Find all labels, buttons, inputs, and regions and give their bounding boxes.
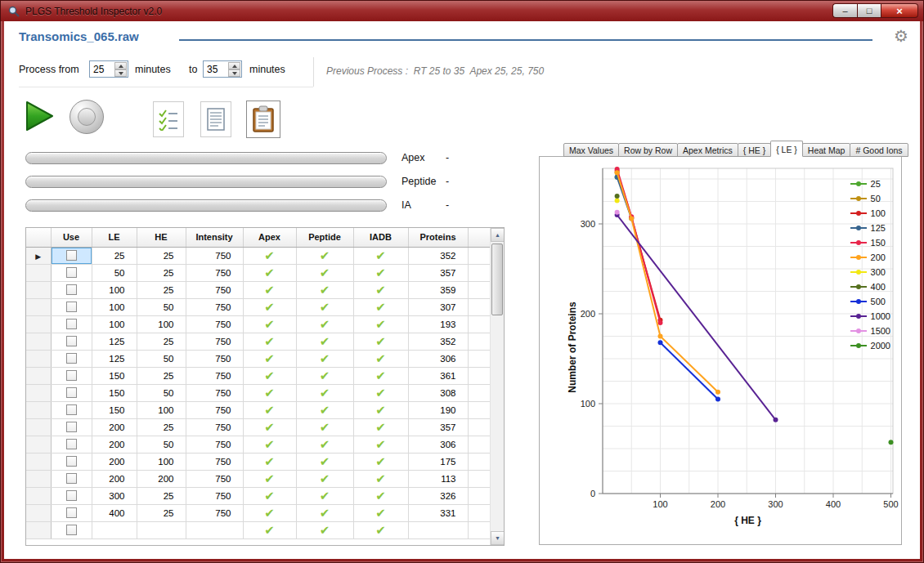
row-selector-cell[interactable] <box>26 298 51 315</box>
row-selector-cell[interactable] <box>26 350 51 367</box>
row-selector-cell[interactable] <box>26 487 51 504</box>
use-checkbox[interactable] <box>66 404 77 415</box>
column-header-intensity[interactable]: Intensity <box>186 228 243 247</box>
table-row[interactable]: 200200750✔✔✔113 <box>26 470 490 487</box>
use-checkbox[interactable] <box>66 336 77 346</box>
tab-apex-metrics[interactable]: Apex Metrics <box>677 143 738 157</box>
use-checkbox[interactable] <box>66 370 77 381</box>
use-checkbox[interactable] <box>66 439 77 449</box>
use-checkbox[interactable] <box>66 353 77 364</box>
table-row[interactable]: ✔✔✔ <box>26 521 490 538</box>
use-checkbox[interactable] <box>66 525 77 535</box>
use-checkbox[interactable] <box>66 422 77 432</box>
row-selector-cell[interactable] <box>26 504 51 521</box>
scroll-up-icon[interactable]: ▲ <box>491 228 505 242</box>
row-selector-cell[interactable] <box>26 264 51 281</box>
table-scrollbar[interactable]: ▲ ▼ <box>490 228 504 545</box>
row-selector-cell[interactable] <box>26 384 51 401</box>
use-checkbox[interactable] <box>66 387 77 398</box>
use-cell[interactable] <box>51 264 92 281</box>
scrollbar-thumb[interactable] <box>491 244 503 315</box>
use-cell[interactable] <box>51 487 92 504</box>
use-cell[interactable] <box>51 384 92 401</box>
use-cell[interactable] <box>51 247 92 264</box>
row-selector-cell[interactable] <box>26 453 51 470</box>
row-selector-cell[interactable] <box>26 367 51 384</box>
use-cell[interactable] <box>51 504 92 521</box>
report-list-button[interactable] <box>200 101 231 137</box>
row-selector-cell[interactable]: ▶ <box>26 247 51 264</box>
use-checkbox[interactable] <box>66 319 77 329</box>
use-cell[interactable] <box>51 521 92 538</box>
column-header-peptide[interactable]: Peptide <box>296 228 353 247</box>
column-header-he[interactable]: HE <box>137 228 186 247</box>
table-row[interactable]: 30025750✔✔✔326 <box>26 487 490 504</box>
use-checkbox[interactable] <box>66 473 77 484</box>
checked-list-button[interactable] <box>153 101 184 137</box>
tab-max-values[interactable]: Max Values <box>563 143 619 157</box>
row-selector-cell[interactable] <box>26 401 51 418</box>
process-from-input[interactable]: 25 <box>89 60 128 78</box>
use-cell[interactable] <box>51 315 92 333</box>
title-bar[interactable]: PLGS Threshold Inspector v2.0 – □ × <box>1 1 923 21</box>
process-to-input[interactable]: 35 <box>203 60 242 78</box>
row-selector-cell[interactable] <box>26 281 51 298</box>
table-row[interactable]: 15050750✔✔✔308 <box>26 384 490 401</box>
use-checkbox[interactable] <box>66 302 77 312</box>
table-row[interactable]: 20050750✔✔✔306 <box>26 436 490 453</box>
spin-up-icon[interactable] <box>114 62 127 69</box>
row-selector-cell[interactable] <box>26 333 51 350</box>
column-header-selector[interactable] <box>26 228 51 247</box>
table-row[interactable]: 10050750✔✔✔307 <box>26 298 490 315</box>
tab-he[interactable]: { HE } <box>738 143 771 157</box>
row-selector-cell[interactable] <box>26 315 51 333</box>
column-header-use[interactable]: Use <box>51 228 92 247</box>
use-checkbox[interactable] <box>66 250 77 261</box>
column-header-proteins[interactable]: Proteins <box>408 228 468 247</box>
use-cell[interactable] <box>51 418 92 436</box>
table-row[interactable]: 40025750✔✔✔331 <box>26 504 490 521</box>
table-row[interactable]: 5025750✔✔✔357 <box>26 264 490 281</box>
table-row[interactable]: 20025750✔✔✔357 <box>26 418 490 436</box>
use-cell[interactable] <box>51 350 92 367</box>
use-checkbox[interactable] <box>66 284 77 295</box>
table-row[interactable]: 100100750✔✔✔193 <box>26 315 490 333</box>
row-selector-cell[interactable] <box>26 436 51 453</box>
row-selector-cell[interactable] <box>26 418 51 436</box>
play-button[interactable] <box>22 98 56 134</box>
scroll-down-icon[interactable]: ▼ <box>491 531 505 545</box>
use-checkbox[interactable] <box>66 490 77 501</box>
column-header-iadb[interactable]: IADB <box>353 228 408 247</box>
spin-down-icon[interactable] <box>114 69 127 77</box>
column-header-apex[interactable]: Apex <box>243 228 296 247</box>
use-checkbox[interactable] <box>66 456 77 467</box>
table-row[interactable]: 12550750✔✔✔306 <box>26 350 490 367</box>
table-row[interactable]: 200100750✔✔✔175 <box>26 453 490 470</box>
spin-up-icon[interactable] <box>228 62 240 69</box>
use-cell[interactable] <box>51 298 92 315</box>
tab-le[interactable]: { LE } <box>770 141 803 157</box>
use-checkbox[interactable] <box>66 267 77 278</box>
table-row[interactable]: 12525750✔✔✔352 <box>26 333 490 350</box>
use-cell[interactable] <box>51 436 92 453</box>
row-selector-cell[interactable] <box>26 521 51 538</box>
stop-button[interactable] <box>70 100 104 134</box>
close-button[interactable]: × <box>881 3 918 18</box>
tab-good-ions[interactable]: # Good Ions <box>850 143 908 157</box>
table-row[interactable]: 15025750✔✔✔361 <box>26 367 490 384</box>
row-selector-cell[interactable] <box>26 470 51 487</box>
column-header-le[interactable]: LE <box>92 228 137 247</box>
maximize-button[interactable]: □ <box>857 3 881 18</box>
clipboard-button[interactable] <box>246 101 280 138</box>
use-cell[interactable] <box>51 470 92 487</box>
settings-gear-icon[interactable]: ⚙ <box>894 28 908 44</box>
tab-row-by-row[interactable]: Row by Row <box>618 143 678 157</box>
use-cell[interactable] <box>51 401 92 418</box>
table-row[interactable]: 150100750✔✔✔190 <box>26 401 490 418</box>
use-checkbox[interactable] <box>66 507 77 518</box>
table-row[interactable]: ▶2525750✔✔✔352 <box>26 247 490 264</box>
tab-heat-map[interactable]: Heat Map <box>802 143 851 157</box>
minimize-button[interactable]: – <box>832 3 857 18</box>
use-cell[interactable] <box>51 281 92 298</box>
use-cell[interactable] <box>51 333 92 350</box>
